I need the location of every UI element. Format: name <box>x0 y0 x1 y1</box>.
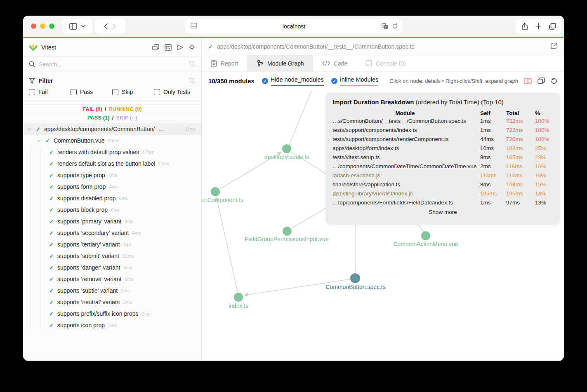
tab-console[interactable]: Console (0) <box>356 55 415 71</box>
filter-checkbox[interactable]: Pass <box>71 89 112 95</box>
module-duration-row[interactable]: @testing-library/vue/dist/index.js 105ms… <box>332 189 553 198</box>
test-row[interactable]: ✓ renders default slot as the button lab… <box>23 158 201 169</box>
chevron-down-icon[interactable] <box>37 139 41 142</box>
test-label: renders default slot as the button label <box>57 160 155 167</box>
browser-sidebar-toggle[interactable] <box>62 19 92 33</box>
zoom-window-button[interactable] <box>49 23 54 29</box>
percent: 100% <box>535 127 553 133</box>
tab-report[interactable]: Report <box>202 55 247 71</box>
test-row[interactable]: ✓ supports 'neutral' variant 3ms <box>23 296 201 308</box>
test-duration: 2ms <box>142 311 151 316</box>
module-duration-row[interactable]: apps/desktop/form/index.ts 10ms 182ms 25… <box>332 143 553 153</box>
test-label: supports form prop <box>57 183 106 190</box>
search-input[interactable] <box>39 61 189 68</box>
checkbox-icon <box>112 89 118 95</box>
self-time: 44ms <box>480 136 504 142</box>
filter-section: Filter Fail Pass Skip Only Tests <box>23 72 201 101</box>
pass-check-icon: ✓ <box>49 288 54 294</box>
clear-filter-icon[interactable] <box>189 78 196 84</box>
test-row[interactable]: ✓ supports 'submit' variant 12ms <box>23 250 201 262</box>
back-icon[interactable] <box>104 23 108 30</box>
panel-subtitle: (ordered by Total Time) (Top 10) <box>416 99 504 106</box>
self-time: 10ms <box>480 145 504 151</box>
test-row[interactable]: ✓ supports icon prop 3ms <box>23 319 201 331</box>
inline-modules-toggle[interactable]: ✓ Inline Modules <box>331 76 379 86</box>
close-window-button[interactable] <box>31 23 36 29</box>
reset-graph-icon[interactable] <box>551 77 557 84</box>
test-row[interactable]: ✓ supports prefix/suffix icon props 2ms <box>23 308 201 319</box>
test-row[interactable]: ✓ supports block prop 6ms <box>23 204 201 216</box>
module-graph-canvas[interactable]: desktopVisuals.ts erComponent.ts FieldGr… <box>202 90 564 361</box>
node-label: desktopVisuals.ts <box>264 154 309 160</box>
tree-root-file[interactable]: ✓ apps/desktop/components/CommonButton/_… <box>23 123 201 135</box>
self-time: 1ms <box>480 118 504 124</box>
tab-overview-icon[interactable] <box>549 23 556 30</box>
test-row[interactable]: ✓ supports disabled prop 6ms <box>23 192 201 204</box>
module-duration-row[interactable]: tests/support/components/renderComponent… <box>332 134 553 143</box>
module-path: apps/desktop/form/index.ts <box>332 145 478 151</box>
module-path: tests/vitest.setup.ts <box>332 154 478 160</box>
node-rendercomponent[interactable] <box>211 187 220 196</box>
module-duration-row[interactable]: shared/stores/application.ts 8ms 108ms 1… <box>332 180 553 189</box>
theme-toggle-icon[interactable] <box>189 44 196 51</box>
collapse-panels-icon[interactable] <box>152 44 159 51</box>
filter-option-label: Only Tests <box>163 89 190 95</box>
total-time: 108ms <box>506 181 533 188</box>
percent: 13% <box>535 200 553 206</box>
node-index[interactable] <box>234 293 243 302</box>
new-tab-icon[interactable] <box>535 23 542 29</box>
forward-icon[interactable] <box>112 23 116 30</box>
test-row[interactable]: ✓ supports 'secondary' variant 4ms <box>23 227 201 239</box>
run-all-icon[interactable] <box>177 44 183 51</box>
test-row[interactable]: ✓ supports 'primary' variant 4ms <box>23 216 201 227</box>
share-icon[interactable] <box>521 23 528 30</box>
reload-icon[interactable] <box>392 23 398 29</box>
translate-icon[interactable]: xA <box>382 23 388 29</box>
pass-check-icon: ✓ <box>49 218 54 225</box>
status-summary: FAIL (0) / RUNNING (0) PASS (1) / SKIP (… <box>23 104 201 122</box>
hide-node-modules-toggle[interactable]: ✓ Hide node_modules <box>262 76 324 86</box>
test-row[interactable]: ✓ renders with default prop values 17ms <box>23 146 201 158</box>
test-label: renders with default prop values <box>57 149 139 155</box>
module-duration-row[interactable]: …top/components/Form/fields/FieldDate/in… <box>332 198 553 207</box>
module-duration-row[interactable]: lodash-es/lodash.js 114ms 114ms 16% <box>332 171 553 180</box>
module-duration-row[interactable]: …/components/CommonDateTime/CommonDateTi… <box>332 162 553 171</box>
node-details-icon[interactable] <box>524 78 532 84</box>
tree-suite[interactable]: ✓ CommonButton.vue 90ms <box>23 135 201 146</box>
chevron-down-icon[interactable] <box>27 128 31 131</box>
test-row[interactable]: ✓ supports 'tertiary' variant 4ms <box>23 239 201 250</box>
test-row[interactable]: ✓ supports 'subtle' variant 2ms <box>23 285 201 296</box>
test-row[interactable]: ✓ supports 'remove' variant 3ms <box>23 273 201 285</box>
module-duration-row[interactable]: …s/CommonButton/__tests__/CommonButton.s… <box>332 116 553 125</box>
dashboard-icon[interactable] <box>165 44 172 51</box>
node-desktopvisuals[interactable] <box>282 144 291 153</box>
tab-code[interactable]: Code <box>313 55 356 71</box>
filter-checkbox[interactable]: Fail <box>29 89 71 95</box>
module-duration-row[interactable]: tests/vitest.setup.ts 9ms 165ms 23% <box>332 153 553 162</box>
show-more-button[interactable]: Show more <box>332 209 553 215</box>
test-row[interactable]: ✓ supports 'danger' variant 3ms <box>23 262 201 273</box>
node-commonactionmenu[interactable] <box>421 231 430 240</box>
browser-actions <box>516 19 562 33</box>
node-commonbutton-spec[interactable] <box>350 273 360 283</box>
filter-checkbox[interactable]: Skip <box>112 89 154 95</box>
address-bar[interactable]: localhost xA <box>186 19 402 33</box>
module-duration-row[interactable]: tests/support/components/index.ts 1ms 72… <box>332 125 553 134</box>
export-graph-icon[interactable] <box>537 77 545 84</box>
test-duration: 6ms <box>119 196 128 201</box>
minimize-window-button[interactable] <box>40 23 45 29</box>
test-row[interactable]: ✓ supports form prop 4ms <box>23 181 201 192</box>
total-time: 165ms <box>506 154 533 160</box>
filter-checkbox[interactable]: Only Tests <box>154 89 196 95</box>
open-external-icon[interactable] <box>551 42 557 49</box>
clear-search-filter-icon[interactable] <box>189 61 196 67</box>
tab-module-graph[interactable]: Module Graph <box>247 55 313 71</box>
node-fieldgrouppermissionsinput[interactable] <box>283 227 292 236</box>
test-row[interactable]: ✓ supports type prop 6ms <box>23 169 201 181</box>
checked-checkbox-icon: ✓ <box>331 78 337 84</box>
pass-check-icon: ✓ <box>49 311 54 317</box>
test-duration: 4ms <box>123 242 132 247</box>
fail-count: FAIL (0) <box>83 106 102 112</box>
page-settings-icon[interactable] <box>191 23 197 28</box>
view-tabs: Report Module Graph Code Console (0) <box>202 55 564 72</box>
